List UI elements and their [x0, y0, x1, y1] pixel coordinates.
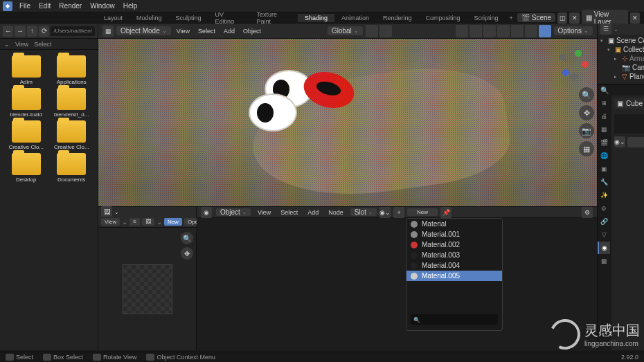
outliner-search[interactable]: 🔍 ▼ [598, 84, 644, 96]
outliner-type-icon[interactable]: ☰ [600, 24, 611, 35]
shading-rendered-icon[interactable] [539, 25, 551, 37]
outliner-row[interactable]: ▾▣Scene Collection [599, 36, 644, 45]
3d-viewport[interactable]: 🔍 ✥ 📷 ▦ [98, 39, 597, 206]
nav-fwd-icon[interactable]: → [15, 26, 25, 37]
ie-new-button[interactable]: New [164, 218, 182, 226]
fb-caret-icon[interactable]: ⌄ [4, 41, 10, 48]
folder-item[interactable]: blender-build [4, 88, 48, 118]
ie-caret2-icon[interactable]: ⌄ [156, 218, 162, 226]
material-option[interactable]: Material.004 [406, 260, 502, 271]
props-breadcrumb[interactable]: ▣ Cube 📌 [614, 98, 644, 109]
scene-new-icon[interactable]: ◫ [557, 12, 567, 24]
xray-icon[interactable] [483, 25, 496, 37]
scene-selector[interactable]: 🎬 Scene [517, 13, 555, 22]
outliner-row[interactable]: ▸⊹Armature👁▢ [599, 54, 644, 63]
tab-shading[interactable]: Shading [298, 14, 334, 22]
ie-zoom-icon[interactable]: 🔍 [181, 232, 193, 244]
node-canvas[interactable] [197, 218, 597, 350]
tab-modeling[interactable]: Modeling [129, 14, 169, 22]
tab-animation[interactable]: Animation [334, 14, 376, 22]
shading-wire-icon[interactable] [497, 25, 510, 37]
nav-gizmo[interactable] [555, 46, 590, 80]
folder-item[interactable]: blenderkit_d... [50, 88, 94, 118]
material-browse-icon[interactable]: ◉⌄ [379, 207, 391, 218]
mode-dropdown[interactable]: Object Mode [116, 26, 171, 35]
material-new-button[interactable]: New [627, 137, 644, 147]
vp-add[interactable]: Add [221, 28, 238, 35]
axis-neg-icon[interactable] [571, 73, 578, 80]
nav-refresh-icon[interactable]: ⟳ [39, 26, 49, 37]
folder-item[interactable]: Creative Clo... [4, 120, 48, 150]
uv-grid[interactable] [123, 264, 172, 314]
tab-add[interactable]: + [506, 14, 517, 22]
ne-view[interactable]: View [255, 209, 274, 216]
menu-window[interactable]: Window [86, 1, 119, 11]
path-field[interactable]: /Users/nadiken/ [51, 26, 95, 36]
outliner-caret-icon[interactable]: ⌄ [614, 26, 618, 33]
tab-layout[interactable]: Layout [97, 14, 129, 22]
search-input[interactable] [611, 87, 644, 94]
zoom-icon[interactable]: 🔍 [579, 87, 594, 102]
outliner-row[interactable]: ▸▽Plane👁▢ [599, 72, 644, 81]
snap-icon[interactable] [366, 25, 378, 37]
tab-rendering[interactable]: Rendering [376, 14, 419, 22]
tab-output-icon[interactable]: 🖨 [598, 110, 610, 123]
ne-node[interactable]: Node [325, 209, 346, 216]
menu-edit[interactable]: Edit [35, 1, 55, 11]
camera-view-icon[interactable]: 📷 [579, 123, 594, 138]
list-icon[interactable]: ≡ [129, 218, 140, 226]
gizmo-toggle-icon[interactable] [456, 25, 468, 37]
pin-icon[interactable]: 📌 [440, 207, 451, 218]
transform-orientation[interactable]: Global [328, 26, 363, 35]
tab-object-icon[interactable]: ▣ [598, 163, 610, 175]
proportional-icon[interactable] [379, 25, 392, 37]
perspective-icon[interactable]: ▦ [579, 141, 594, 156]
options-dropdown[interactable]: Options [554, 26, 593, 35]
tab-physics-icon[interactable]: ⊚ [598, 202, 610, 215]
ie-caret-icon[interactable]: ⌄ [122, 218, 127, 226]
folder-item[interactable]: Desktop [4, 153, 48, 183]
tab-material-icon[interactable]: ◉ [598, 242, 610, 254]
material-search-input[interactable] [411, 314, 498, 325]
tab-texture-icon[interactable]: ▩ [598, 255, 610, 267]
caret-icon[interactable]: ⌄ [114, 209, 119, 215]
nav-up-icon[interactable]: ↑ [27, 26, 37, 37]
axis-x-icon[interactable] [582, 61, 589, 68]
tab-sculpting[interactable]: Sculpting [169, 14, 208, 22]
material-option[interactable]: Material [406, 219, 502, 229]
folder-item[interactable]: Applications [50, 55, 94, 85]
menu-file[interactable]: File [15, 1, 35, 11]
tab-compositing[interactable]: Compositing [418, 14, 467, 22]
axis-neg-icon[interactable] [560, 54, 566, 61]
tab-particles-icon[interactable]: ✨ [598, 189, 610, 201]
folder-item[interactable]: Adim [4, 55, 48, 85]
vp-select[interactable]: Select [195, 28, 218, 35]
tab-mesh-icon[interactable]: ▽ [598, 228, 610, 241]
outliner-row[interactable]: ▾▣Collection☑👁 [599, 45, 644, 54]
tab-render-icon[interactable]: 🖥 [598, 97, 610, 109]
outliner-row[interactable]: 📷Camera👁▢ [599, 63, 644, 72]
axis-z-icon[interactable] [562, 69, 569, 76]
tab-scripting[interactable]: Scripting [467, 14, 506, 22]
image-link-icon[interactable]: 🖼 [142, 218, 154, 226]
axis-y-icon[interactable] [575, 50, 582, 57]
menu-render[interactable]: Render [55, 1, 86, 11]
node-type-dropdown[interactable]: Object ⌄ [216, 208, 251, 216]
shading-solid-icon[interactable] [511, 25, 524, 37]
ne-select[interactable]: Select [278, 209, 301, 216]
ie-pan-icon[interactable]: ✥ [181, 247, 193, 260]
node-editor-type-icon[interactable]: ◉ [201, 207, 212, 218]
slot-dropdown[interactable]: Slot ⌄ [350, 208, 377, 216]
node-panel-icon[interactable]: ⚙ [582, 207, 593, 218]
material-slot-list[interactable] [614, 114, 644, 134]
ne-add[interactable]: Add [305, 209, 321, 216]
tab-world-icon[interactable]: 🌐 [598, 150, 610, 162]
material-add-icon[interactable]: + [393, 207, 404, 218]
tab-modifier-icon[interactable]: 🔧 [598, 176, 610, 188]
vp-object[interactable]: Object [240, 28, 264, 35]
mat-browse-icon[interactable]: ◉⌄ [614, 136, 625, 147]
scene-delete-icon[interactable]: ✕ [569, 12, 579, 24]
material-option[interactable]: Material.003 [406, 250, 502, 260]
tab-constraint-icon[interactable]: 🔗 [598, 215, 610, 228]
material-new-button[interactable]: New [407, 208, 438, 216]
